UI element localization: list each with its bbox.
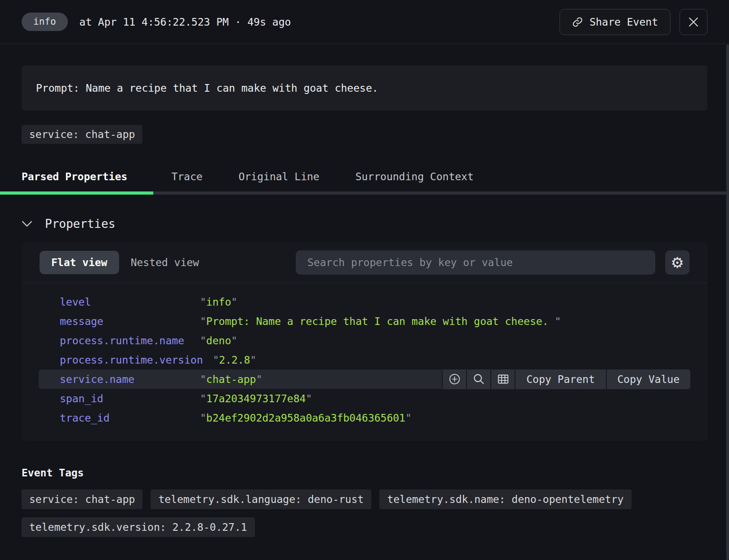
property-key: process.runtime.name: [60, 335, 200, 347]
tab[interactable]: Surrounding Context: [338, 164, 492, 195]
tab[interactable]: Original Line: [221, 164, 338, 195]
view-toggle-option[interactable]: Nested view: [119, 251, 211, 274]
search-value-button[interactable]: [466, 369, 490, 389]
event-tag-chip[interactable]: service: chat-app: [22, 489, 142, 509]
circle-plus-icon: [449, 373, 461, 385]
tab[interactable]: Trace: [153, 164, 220, 195]
property-key: level: [60, 296, 200, 308]
event-tag-chip[interactable]: telemetry.sdk.language: deno-rust: [151, 489, 371, 509]
property-value: "chat-app": [200, 373, 262, 385]
tab-label: Surrounding Context: [338, 164, 492, 191]
tab-label: Parsed Properties: [0, 164, 153, 191]
chevron-down-icon: [22, 221, 32, 227]
property-key: trace_id: [60, 412, 200, 424]
close-icon: [688, 17, 699, 27]
view-toggle: Flat view Nested view: [40, 251, 211, 274]
tab-label: Trace: [153, 164, 220, 191]
tab-active-indicator: [221, 191, 338, 195]
properties-table: level "info" message "Prompt: Name a rec…: [22, 283, 707, 441]
table-row[interactable]: service.name "chat-app" Copy Parent Copy…: [39, 369, 690, 389]
property-value: "deno": [200, 335, 237, 347]
properties-toolbar: Flat view Nested view ⚙: [22, 242, 707, 283]
event-tag-chip[interactable]: telemetry.sdk.version: 2.2.8-0.27.1: [22, 517, 255, 537]
table-row[interactable]: trace_id "b24ef2902d2a958a0a6a3fb0463656…: [39, 408, 690, 427]
properties-section-header[interactable]: Properties: [22, 217, 707, 231]
table-icon: [497, 373, 509, 385]
header-actions: Share Event: [560, 9, 707, 35]
settings-button[interactable]: ⚙: [665, 250, 689, 275]
level-badge: info: [22, 13, 68, 31]
property-value: "2.2.8": [213, 354, 257, 366]
share-event-label: Share Event: [590, 16, 658, 28]
tab[interactable]: Parsed Properties: [0, 164, 153, 195]
search-icon: [473, 373, 485, 385]
tab-active-indicator: [153, 191, 220, 195]
message-preview: Prompt: Name a recipe that I can make wi…: [22, 66, 707, 111]
property-key: span_id: [60, 393, 200, 404]
tab-bar: Parsed Properties Trace Original Line Su…: [0, 164, 729, 195]
copy-value-button[interactable]: Copy Value: [606, 369, 690, 389]
property-value: "b24ef2902d2a958a0a6a3fb046365601": [200, 412, 412, 424]
table-row[interactable]: level "info": [39, 292, 690, 311]
property-key: message: [60, 316, 200, 327]
tab-label: Original Line: [221, 164, 338, 191]
close-button[interactable]: [680, 9, 707, 35]
property-key: service.name: [60, 373, 200, 385]
property-key: process.runtime.version: [60, 354, 213, 366]
table-row[interactable]: process.runtime.version "2.2.8": [39, 350, 690, 369]
event-tags-list: service: chat-app telemetry.sdk.language…: [22, 489, 707, 537]
event-tag-chip[interactable]: telemetry.sdk.name: deno-opentelemetry: [379, 489, 631, 509]
property-value: "info": [200, 296, 237, 308]
row-actions-bar: Copy Parent Copy Value: [442, 369, 690, 389]
view-toggle-option[interactable]: Flat view: [40, 251, 119, 274]
copy-parent-button[interactable]: Copy Parent: [515, 369, 605, 389]
share-event-button[interactable]: Share Event: [560, 9, 671, 35]
event-tags-title: Event Tags: [22, 467, 707, 479]
add-column-button[interactable]: [490, 369, 515, 389]
properties-card: Flat view Nested view ⚙ level "info" mes…: [22, 242, 707, 441]
link-icon: [572, 17, 583, 27]
property-value: "Prompt: Name a recipe that I can make w…: [200, 316, 561, 327]
tab-active-indicator: [0, 191, 153, 195]
properties-section-title: Properties: [45, 217, 116, 231]
tab-active-indicator: [338, 191, 492, 195]
add-filter-button[interactable]: [442, 369, 466, 389]
event-timestamp: at Apr 11 4:56:22.523 PM · 49s ago: [80, 16, 291, 28]
table-row[interactable]: process.runtime.name "deno": [39, 331, 690, 350]
vertical-scrollbar[interactable]: [726, 44, 729, 560]
event-header: info at Apr 11 4:56:22.523 PM · 49s ago …: [0, 0, 729, 44]
table-row[interactable]: span_id "17a2034973177e84": [39, 389, 690, 408]
property-value: "17a2034973177e84": [200, 393, 312, 404]
table-row[interactable]: message "Prompt: Name a recipe that I ca…: [39, 311, 690, 331]
gear-icon: ⚙: [671, 255, 684, 270]
service-tag[interactable]: service: chat-app: [22, 125, 142, 144]
search-input[interactable]: [296, 250, 655, 275]
